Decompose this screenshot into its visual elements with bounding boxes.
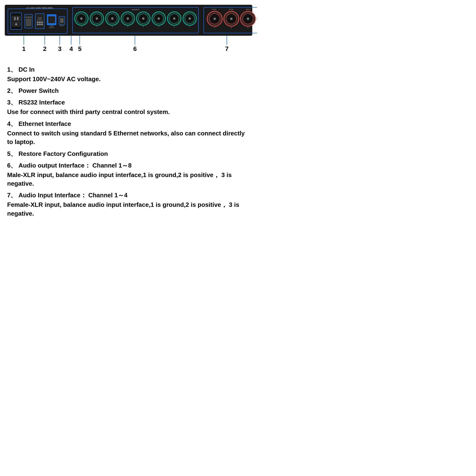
callout-4: 4 bbox=[69, 36, 73, 52]
xlr-input-1: 4 bbox=[207, 11, 222, 29]
description-list: 1、 DC In Support 100V~240V AC voltage. 2… bbox=[5, 66, 252, 218]
device-panel: AC 110V~240V~50Hz-60Hz POWER bbox=[5, 5, 252, 36]
power-switch[interactable]: POWER bbox=[24, 14, 33, 28]
callout-2: 2 bbox=[43, 36, 46, 52]
callout-5: 5 bbox=[78, 36, 81, 52]
desc-heading-3: 3、 RS232 Interface bbox=[7, 98, 250, 107]
xlr-output-5: 4 bbox=[136, 11, 151, 28]
desc-heading-1: 1、 DC In bbox=[7, 66, 250, 74]
push-label-2: PUSH bbox=[223, 9, 239, 10]
xlr-input-4: 1 bbox=[257, 11, 257, 29]
desc-body-7: Female-XLR input, balance audio input in… bbox=[7, 201, 239, 217]
desc-item-6: 6、 Audio output Interface： Channel 1～8 M… bbox=[7, 161, 250, 188]
rs232-port: COM1RS232 bbox=[35, 13, 45, 29]
desc-item-1: 1、 DC In Support 100V~240V AC voltage. bbox=[7, 66, 250, 83]
input-xlr-row: 4 3 2 bbox=[207, 11, 257, 29]
desc-item-4: 4、 Ethernet Interface Connect to switch … bbox=[7, 120, 250, 146]
device-section: AC 110V~240V~50Hz-60Hz POWER bbox=[5, 5, 252, 56]
desc-item-3: 3、 RS232 Interface Use for connect with … bbox=[7, 98, 250, 116]
rs232-label: COM1RS232 bbox=[38, 17, 42, 20]
ethernet-label: 100MEthernet bbox=[49, 25, 54, 28]
desc-body-3: Use for connect with third party central… bbox=[7, 108, 170, 116]
xlr-output-1: 8 bbox=[74, 11, 88, 28]
xlr-input-3: 2 bbox=[240, 11, 256, 29]
output-xlr-row: 8 7 6 bbox=[74, 11, 197, 28]
desc-heading-7: 7、 Audio Input Interface： Channel 1～4 bbox=[7, 191, 250, 200]
xlr-output-8: 1 bbox=[183, 11, 197, 28]
output-xlr-section: OUTPUT 8 7 bbox=[72, 7, 199, 33]
desc-body-4: Connect to switch using standard 5 Ether… bbox=[7, 130, 245, 145]
desc-heading-5: 5、 Restore Factory Configuration bbox=[7, 150, 250, 158]
voltage-label: AC 110V~240V~50Hz-60Hz bbox=[26, 7, 53, 9]
input-xlr-section: PUSH PUSH INPUT PUSH 4 bbox=[204, 7, 257, 33]
push-label-1: PUSH bbox=[206, 9, 222, 10]
callout-7: 7 bbox=[225, 36, 228, 52]
callout-3: 3 bbox=[58, 36, 61, 52]
callout-6: 6 bbox=[133, 36, 136, 52]
callout-row: 1 2 3 4 5 6 7 bbox=[5, 36, 252, 56]
desc-item-2: 2、 Power Switch bbox=[7, 87, 250, 95]
output-section-label: OUTPUT bbox=[132, 9, 139, 11]
desc-body-6: Male-XLR input, balance audio input inte… bbox=[7, 171, 232, 187]
xlr-output-3: 6 bbox=[105, 11, 119, 28]
reset-label: RESET bbox=[60, 25, 64, 26]
reset-button[interactable]: RESET bbox=[59, 16, 65, 26]
desc-heading-4: 4、 Ethernet Interface bbox=[7, 120, 250, 128]
power-label: POWER bbox=[25, 17, 32, 18]
desc-item-7: 7、 Audio Input Interface： Channel 1～4 Fe… bbox=[7, 191, 250, 218]
desc-body-1: Support 100V~240V AC voltage. bbox=[7, 75, 101, 83]
desc-item-5: 5、 Restore Factory Configuration bbox=[7, 150, 250, 158]
desc-heading-6: 6、 Audio output Interface： Channel 1～8 bbox=[7, 161, 250, 170]
xlr-input-2: 3 bbox=[223, 11, 239, 29]
xlr-output-6: 3 bbox=[152, 11, 166, 28]
ethernet-port: 100MEthernet bbox=[47, 14, 57, 28]
desc-heading-2: 2、 Power Switch bbox=[7, 87, 250, 95]
xlr-output-4: 5 bbox=[121, 11, 135, 28]
xlr-output-2: 7 bbox=[90, 11, 104, 28]
iec-inlet bbox=[10, 13, 22, 30]
callout-1: 1 bbox=[22, 36, 25, 52]
xlr-output-7: 2 bbox=[167, 11, 181, 28]
push-label-3: INPUT bbox=[240, 9, 256, 10]
